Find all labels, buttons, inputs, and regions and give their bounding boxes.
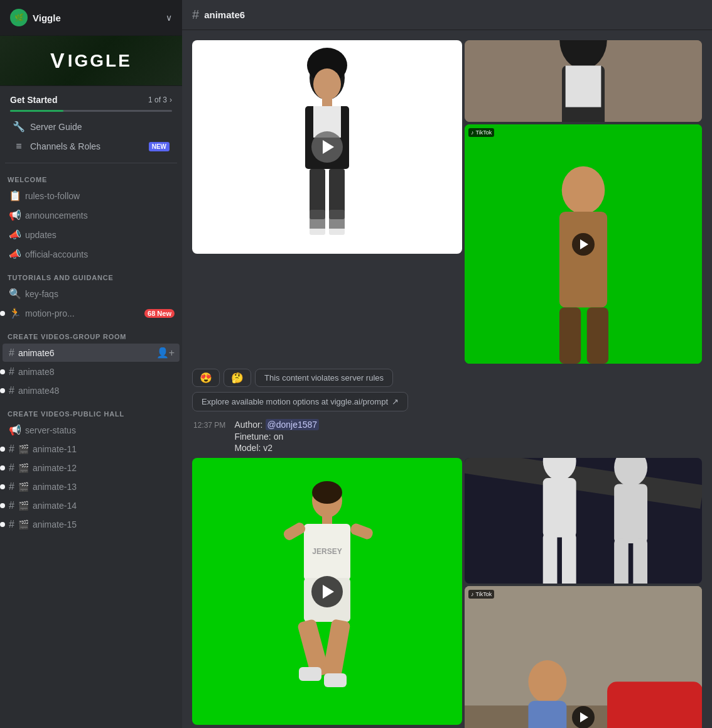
reaction-love-1[interactable]: 😍 bbox=[192, 369, 220, 387]
emoji-animate11: 🎬 bbox=[18, 444, 29, 454]
media-thumb-top-1[interactable] bbox=[465, 40, 702, 122]
play-button-2[interactable] bbox=[311, 576, 343, 607]
get-started-header: Get Started 1 of 3 › bbox=[5, 92, 177, 107]
channel-icon-official: 📣 bbox=[9, 248, 21, 260]
svg-rect-19 bbox=[587, 307, 608, 364]
emoji-animate13: 🎬 bbox=[18, 482, 29, 492]
hash-icon-animate11: # bbox=[9, 443, 14, 455]
sidebar-item-announcements[interactable]: 📢 announcements bbox=[3, 206, 180, 224]
sidebar-item-motion-pro[interactable]: 🏃 motion-pro... 68 New bbox=[3, 304, 180, 322]
channel-icon-updates: 📣 bbox=[9, 229, 21, 241]
sidebar-item-key-faqs[interactable]: 🔍 key-faqs bbox=[3, 285, 180, 303]
svg-rect-17 bbox=[559, 212, 607, 307]
play-button-thumb-2[interactable] bbox=[572, 706, 595, 728]
channel-icon-motion: 🏃 bbox=[9, 307, 21, 319]
explore-link-1[interactable]: Explore available motion options at vigg… bbox=[192, 392, 408, 411]
sidebar-divider-1 bbox=[5, 163, 177, 163]
sidebar-item-animate-15[interactable]: # 🎬 animate-15 bbox=[3, 516, 180, 533]
media-thumb-sport-1[interactable] bbox=[465, 458, 702, 584]
svg-rect-37 bbox=[543, 478, 576, 538]
channel-icon-rules: 📋 bbox=[9, 190, 21, 202]
sidebar-item-channels-roles[interactable]: ≡ Channels & Roles NEW bbox=[8, 137, 175, 156]
svg-point-16 bbox=[562, 166, 605, 214]
unread-dot-animate12 bbox=[0, 465, 5, 470]
sidebar-item-server-status[interactable]: 📢 server-status bbox=[3, 421, 180, 439]
hash-icon-animate48: # bbox=[9, 385, 14, 396]
section-header-welcome: WELCOME bbox=[0, 166, 182, 186]
media-thumb-child-1[interactable]: ♪ TikTok bbox=[465, 586, 702, 728]
channel-name-animate14: animate-14 bbox=[33, 501, 175, 511]
server-guide-label: Server Guide bbox=[30, 122, 82, 132]
tiktok-label-2: TikTok bbox=[476, 591, 492, 597]
server-header[interactable]: 🌿 Viggle ∨ bbox=[0, 0, 182, 36]
emoji-animate12: 🎬 bbox=[18, 463, 29, 473]
server-header-left: 🌿 Viggle bbox=[10, 9, 61, 26]
sidebar-item-animate-11[interactable]: # 🎬 animate-11 bbox=[3, 440, 180, 458]
svg-rect-32 bbox=[324, 673, 347, 687]
sport-action-thumb bbox=[465, 458, 702, 584]
svg-rect-42 bbox=[614, 538, 628, 584]
media-thumb-bottom-1[interactable]: ♪ TikTok bbox=[465, 124, 702, 364]
play-button-thumb-1[interactable] bbox=[572, 233, 595, 256]
violation-button-1[interactable]: This content violates server rules bbox=[255, 369, 393, 387]
channel-name-animate48: animate48 bbox=[18, 386, 175, 396]
channel-icon-announcements: 📢 bbox=[9, 209, 21, 221]
sidebar-item-animate6[interactable]: # animate6 👤+ bbox=[3, 344, 180, 362]
hash-icon-animate15: # bbox=[9, 519, 14, 530]
svg-rect-18 bbox=[559, 307, 581, 364]
tiktok-label: TikTok bbox=[476, 129, 492, 136]
channels-roles-icon: ≡ bbox=[13, 141, 25, 152]
unread-dot-motion bbox=[0, 311, 5, 316]
channel-name-motion: motion-pro... bbox=[25, 308, 141, 318]
unread-dot-animate13 bbox=[0, 484, 5, 489]
sidebar-item-rules-to-follow[interactable]: 📋 rules-to-follow bbox=[3, 187, 180, 205]
unread-dot-animate11 bbox=[0, 447, 5, 452]
reaction-thinking-1[interactable]: 🤔 bbox=[224, 369, 251, 387]
sidebar-item-server-guide[interactable]: 🔧 Server Guide bbox=[8, 117, 175, 136]
sidebar-item-animate-12[interactable]: # 🎬 animate-12 bbox=[3, 459, 180, 477]
play-button-1[interactable] bbox=[311, 131, 343, 163]
hash-icon-animate13: # bbox=[9, 481, 14, 492]
sidebar-item-animate8[interactable]: # animate8 bbox=[3, 363, 180, 381]
viggle-banner: V IGGLE bbox=[0, 36, 182, 86]
tiktok-badge-1: ♪ TikTok bbox=[468, 128, 494, 137]
sidebar-item-animate48[interactable]: # animate48 bbox=[3, 382, 180, 399]
add-member-icon[interactable]: 👤+ bbox=[156, 347, 175, 359]
media-main-2[interactable]: JERSEY bbox=[192, 458, 462, 725]
section-header-tutorials: TUTORIALS AND GUIDANCE bbox=[0, 264, 182, 284]
channel-name-animate13: animate-13 bbox=[33, 482, 175, 492]
emoji-animate14: 🎬 bbox=[18, 501, 29, 511]
message-info: Author: @donje1587 Finetune: on Model: v… bbox=[234, 419, 319, 453]
viggle-text: IGGLE bbox=[68, 51, 132, 71]
message-author-row: 12:37 PM Author: @donje1587 Finetune: on… bbox=[192, 419, 702, 453]
message-block-2: 12:37 PM Author: @donje1587 Finetune: on… bbox=[192, 419, 702, 728]
channel-name-animate15: animate-15 bbox=[33, 519, 175, 530]
hash-icon-animate8: # bbox=[9, 366, 14, 378]
channel-header: # animate6 bbox=[182, 0, 712, 30]
sidebar-item-animate-13[interactable]: # 🎬 animate-13 bbox=[3, 478, 180, 496]
server-guide-icon: 🔧 bbox=[13, 121, 25, 133]
media-main-1[interactable] bbox=[192, 40, 462, 254]
model-text: Model: v2 bbox=[234, 443, 319, 453]
media-side-1: ♪ TikTok bbox=[465, 40, 702, 364]
svg-rect-39 bbox=[562, 533, 576, 584]
messages-area: ♪ TikTok 😍 🤔 This content violates serve… bbox=[182, 30, 712, 728]
progress-chevron: › bbox=[170, 95, 172, 104]
svg-rect-14 bbox=[566, 65, 601, 107]
new-badge: NEW bbox=[149, 142, 170, 151]
sidebar-item-official-accounts[interactable]: 📣 official-accounts bbox=[3, 245, 180, 263]
unread-dot-animate15 bbox=[0, 522, 5, 527]
hash-icon-animate12: # bbox=[9, 462, 14, 474]
channel-name-server-status: server-status bbox=[25, 425, 175, 435]
svg-rect-38 bbox=[543, 533, 558, 584]
unread-dot-animate14 bbox=[0, 503, 5, 508]
thumb-figure-dark bbox=[465, 40, 702, 122]
svg-rect-43 bbox=[633, 538, 647, 584]
unread-dot-animate48 bbox=[0, 388, 5, 393]
sidebar-item-updates[interactable]: 📣 updates bbox=[3, 225, 180, 244]
get-started-title: Get Started bbox=[10, 95, 57, 105]
tiktok-icon-2: ♪ bbox=[471, 591, 474, 597]
finetune-text: Finetune: on bbox=[234, 432, 319, 442]
sidebar-item-animate-14[interactable]: # 🎬 animate-14 bbox=[3, 497, 180, 514]
server-icon: 🌿 bbox=[10, 9, 28, 26]
